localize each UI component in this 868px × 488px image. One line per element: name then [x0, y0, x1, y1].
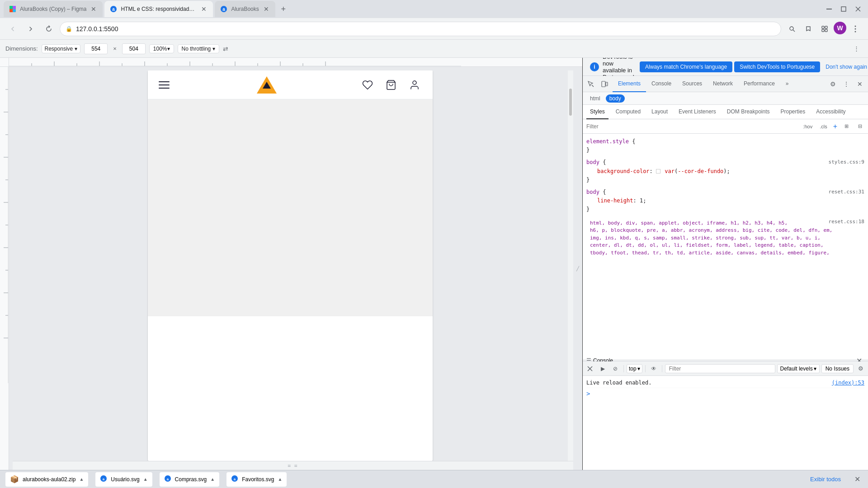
rotate-button[interactable]: ⇄	[223, 45, 228, 52]
site-frame	[148, 70, 433, 461]
layout-tab[interactable]: Layout	[648, 105, 671, 119]
css-file-ref-1[interactable]: styles.css:9	[829, 158, 864, 166]
tab2-close[interactable]: ✕	[200, 5, 208, 13]
tab-elements[interactable]: Elements	[613, 76, 646, 92]
new-style-rule-button[interactable]: ⊞	[840, 120, 853, 133]
download-icon-1: 📦	[10, 475, 19, 483]
console-context-select[interactable]: top ▾	[627, 364, 642, 373]
more-menu-button[interactable]	[848, 22, 863, 36]
resize-handle-corner[interactable]: ╱	[573, 67, 582, 470]
scrollbar[interactable]	[568, 70, 573, 461]
address-bar[interactable]: 🔒 127.0.0.1:5500	[60, 22, 781, 36]
extension-button[interactable]	[817, 22, 832, 36]
minimize-button[interactable]	[823, 3, 835, 15]
download-name-3: Compras.svg	[175, 476, 207, 483]
bookmark-button[interactable]	[801, 22, 816, 36]
hamburger-menu[interactable]	[159, 81, 170, 89]
tab-performance[interactable]: Performance	[738, 76, 780, 92]
dom-breakpoints-tab[interactable]: DOM Breakpoints	[723, 105, 774, 119]
match-language-button[interactable]: Always match Chrome's language	[640, 61, 732, 72]
maximize-button[interactable]	[837, 3, 850, 15]
resize-handle-bottom[interactable]: = =	[13, 461, 573, 470]
throttle-select[interactable]: No throttling▾	[178, 44, 220, 53]
inspect-element-button[interactable]	[585, 78, 597, 90]
console-msg-src[interactable]: (index):53	[832, 380, 864, 386]
hov-filter-button[interactable]: :hov	[800, 122, 816, 131]
css-filter-input[interactable]	[583, 123, 798, 130]
favorites-button[interactable]	[360, 78, 375, 92]
devtools-dimension-bar: Dimensions: Responsive ▾ × 100%▾ No thro…	[0, 40, 868, 58]
switch-devtools-button[interactable]: Switch DevTools to Portuguese	[734, 61, 820, 72]
toggle-element-state-button[interactable]: ⊟	[854, 120, 866, 133]
css-closing-brace2: }	[586, 176, 864, 184]
browser-tab-1[interactable]: AluraBooks (Copy) – Figma ✕	[4, 1, 103, 17]
console-separator3	[662, 365, 662, 372]
devtools-settings-button[interactable]: ⚙	[826, 78, 839, 90]
refresh-button[interactable]	[42, 22, 56, 36]
download-bar-close[interactable]: ✕	[852, 474, 863, 485]
svg-rect-53	[602, 81, 605, 87]
console-clear-button[interactable]	[585, 363, 595, 374]
height-input[interactable]	[122, 43, 146, 54]
forward-button[interactable]	[24, 22, 38, 36]
tab-network[interactable]: Network	[708, 76, 738, 92]
cls-filter-button[interactable]: .cls	[816, 122, 830, 131]
console-prompt[interactable]: >	[586, 388, 864, 399]
back-button[interactable]	[5, 22, 20, 36]
console-play-button[interactable]: ▶	[597, 363, 608, 374]
body-pill[interactable]: body	[606, 94, 625, 103]
browser-tab-3[interactable]: a AluraBooks ✕	[215, 1, 275, 17]
console-separator2	[645, 365, 646, 372]
svg-rect-17	[822, 29, 824, 32]
css-selector-body2: body {	[586, 188, 864, 197]
width-input[interactable]	[84, 43, 108, 54]
close-window-button[interactable]	[852, 3, 864, 15]
new-tab-button[interactable]: +	[277, 3, 290, 15]
profile-button[interactable]: W	[834, 22, 846, 34]
tab-sources[interactable]: Sources	[677, 76, 708, 92]
dont-show-again-button[interactable]: Don't show again	[822, 61, 868, 72]
responsive-select[interactable]: Responsive ▾	[42, 44, 81, 53]
console-stop-button[interactable]: ⊘	[610, 363, 621, 374]
html-pill[interactable]: html	[586, 94, 604, 103]
download-item-4[interactable]: a Favoritos.svg ▲	[226, 472, 287, 487]
browser-tab-2[interactable]: a HTML e CSS: responsividade co... ✕	[104, 1, 213, 17]
properties-tab[interactable]: Properties	[777, 105, 809, 119]
add-style-button[interactable]: +	[831, 122, 839, 131]
device-toolbar-button[interactable]	[598, 78, 611, 90]
download-item-2[interactable]: a Usuário.svg ▲	[95, 472, 152, 487]
css-file-ref-3[interactable]: reset.css:18	[829, 218, 864, 226]
css-file-ref-2[interactable]: reset.css:31	[829, 188, 864, 196]
svg-rect-15	[822, 26, 824, 28]
computed-tab[interactable]: Computed	[612, 105, 644, 119]
svg-text:a: a	[113, 7, 115, 12]
cart-button[interactable]	[384, 78, 398, 92]
tab-console[interactable]: Console	[646, 76, 677, 92]
more-options-button[interactable]: ⋮	[850, 42, 863, 55]
show-all-button[interactable]: Exibir todos	[807, 476, 844, 483]
devtools-more-button[interactable]: ⋮	[840, 78, 853, 90]
default-levels-select[interactable]: Default levels ▾	[777, 364, 820, 373]
devtools-close-button[interactable]: ✕	[854, 78, 866, 90]
tab-more[interactable]: »	[780, 76, 794, 92]
console-eye-button[interactable]: 👁	[648, 363, 659, 374]
download-item-3[interactable]: a Compras.svg ▲	[160, 472, 220, 487]
console-settings-button[interactable]: ⚙	[855, 363, 866, 374]
console-filter-input[interactable]	[665, 364, 775, 373]
search-button[interactable]	[785, 22, 799, 36]
zoom-select[interactable]: 100%▾	[149, 44, 174, 53]
color-swatch[interactable]	[656, 169, 660, 174]
scrollbar-thumb[interactable]	[569, 89, 572, 116]
download-item-1[interactable]: 📦 alurabooks-aula02.zip ▲	[5, 472, 88, 487]
accessibility-tab[interactable]: Accessibility	[812, 105, 849, 119]
svg-point-4	[13, 9, 16, 12]
tab3-close[interactable]: ✕	[263, 5, 270, 13]
tab1-close[interactable]: ✕	[90, 5, 97, 13]
css-rule-body-bg: styles.css:9 body { background-color: va…	[583, 156, 868, 186]
user-button[interactable]	[407, 78, 422, 92]
tab2-title: HTML e CSS: responsividade co...	[121, 6, 197, 12]
styles-tab[interactable]: Styles	[586, 105, 609, 119]
no-issues-badge[interactable]: No Issues	[821, 364, 854, 373]
logo[interactable]	[257, 76, 277, 94]
event-listeners-tab[interactable]: Event Listeners	[675, 105, 720, 119]
